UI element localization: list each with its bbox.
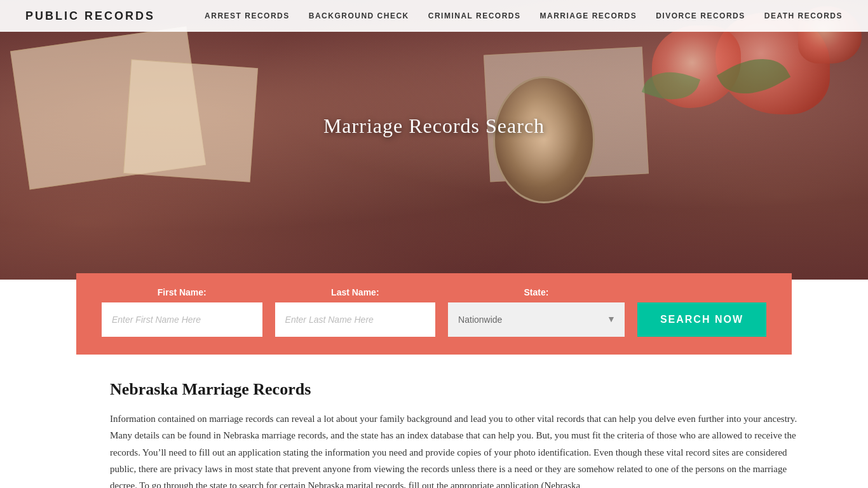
site-header: PUBLIC RECORDS ARREST RECORDS BACKGROUND… [0,0,868,32]
search-now-button[interactable]: SEARCH NOW [637,302,766,337]
content-section: Nebraska Marriage Records Information co… [34,355,834,488]
state-label: State: [448,287,625,297]
nav-marriage-records[interactable]: MARRIAGE RECORDS [540,11,637,20]
search-bar: First Name: Last Name: State: Nationwide… [76,273,792,355]
nav-divorce-records[interactable]: DIVORCE RECORDS [656,11,745,20]
content-heading: Nebraska Marriage Records [110,380,803,399]
hero-title: Marriage Records Search [323,114,545,138]
vintage-doc-2 [123,59,258,182]
hero-section: Marriage Records Search [0,0,868,280]
state-select-wrapper: NationwideAlabamaAlaskaArizonaArkansasCa… [448,302,625,337]
nav-death-records[interactable]: DEATH RECORDS [764,11,843,20]
main-nav: ARREST RECORDS BACKGROUND CHECK CRIMINAL… [205,11,843,20]
first-name-field: First Name: [102,287,262,337]
first-name-label: First Name: [102,287,262,297]
last-name-input[interactable] [275,302,436,337]
state-field: State: NationwideAlabamaAlaskaArizonaArk… [448,287,625,337]
last-name-field: Last Name: [275,287,436,337]
site-logo: PUBLIC RECORDS [25,10,155,23]
state-select[interactable]: NationwideAlabamaAlaskaArizonaArkansasCa… [448,302,625,337]
nav-criminal-records[interactable]: CRIMINAL RECORDS [428,11,521,20]
nav-arrest-records[interactable]: ARREST RECORDS [205,11,290,20]
content-paragraph: Information contained on marriage record… [110,410,803,488]
nav-background-check[interactable]: BACKGROUND CHECK [309,11,409,20]
hero-background [0,0,868,280]
last-name-label: Last Name: [275,287,436,297]
first-name-input[interactable] [102,302,262,337]
vintage-portrait [493,76,595,203]
